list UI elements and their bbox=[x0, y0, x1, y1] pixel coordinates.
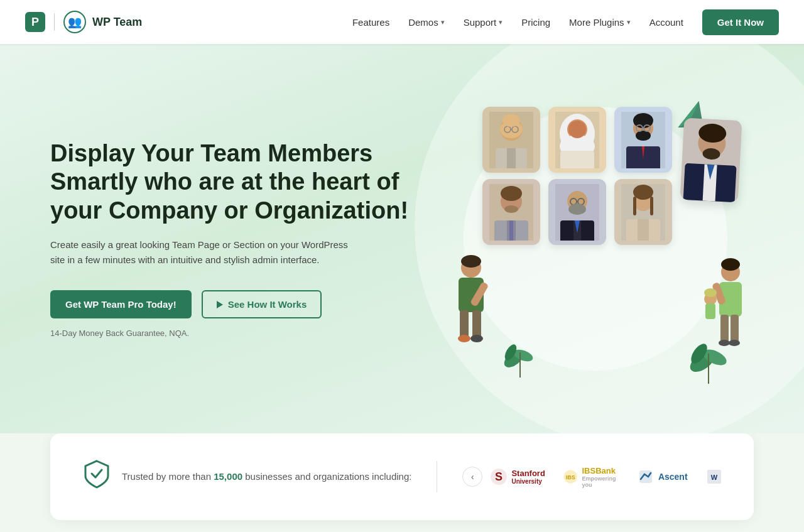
logo-ascent: Ascent bbox=[637, 468, 688, 486]
svg-point-10 bbox=[461, 255, 481, 268]
avatar-card-2 bbox=[548, 107, 606, 173]
logo-divider bbox=[54, 13, 55, 31]
shield-checkmark-icon bbox=[82, 459, 112, 495]
svg-point-71 bbox=[721, 258, 740, 271]
person-left-figure bbox=[451, 255, 492, 355]
avatar-card-6 bbox=[614, 179, 672, 245]
hero-right bbox=[437, 88, 754, 389]
svg-rect-88 bbox=[639, 470, 652, 483]
svg-point-19 bbox=[503, 114, 520, 127]
svg-rect-5 bbox=[460, 310, 469, 339]
brand-p-icon: P bbox=[25, 12, 45, 32]
support-arrow: ▾ bbox=[499, 18, 503, 26]
avatar-grid bbox=[482, 107, 674, 245]
svg-rect-67 bbox=[720, 315, 729, 343]
guarantee-text: 14-Day Money Back Guarantee, NQA. bbox=[50, 328, 437, 338]
get-wp-team-pro-button[interactable]: Get WP Team Pro Today! bbox=[50, 290, 192, 318]
logo-stanford: S Stanford University bbox=[490, 468, 545, 486]
svg-rect-25 bbox=[560, 151, 594, 168]
nav-support[interactable]: Support ▾ bbox=[464, 17, 503, 28]
carousel-prev-button[interactable]: ‹ bbox=[462, 467, 482, 487]
nav-more-plugins[interactable]: More Plugins ▾ bbox=[569, 17, 631, 28]
hero-section: Display Your Team Members Smartly who ar… bbox=[0, 44, 804, 433]
svg-text:S: S bbox=[495, 470, 503, 483]
nav-demos[interactable]: Demos ▾ bbox=[408, 17, 445, 28]
nav-pricing[interactable]: Pricing bbox=[521, 17, 550, 28]
logo-text: WP Team bbox=[92, 16, 142, 29]
logo-circle-icon: 👥 bbox=[63, 11, 86, 33]
nav-features[interactable]: Features bbox=[352, 17, 389, 28]
svg-rect-75 bbox=[705, 303, 715, 319]
logo-ibsbank: IBS IBSBank Empowering you bbox=[563, 466, 619, 488]
avatar-card-5 bbox=[548, 179, 606, 245]
demos-arrow: ▾ bbox=[441, 18, 445, 26]
svg-rect-57 bbox=[638, 219, 649, 241]
hero-left: Display Your Team Members Smartly who ar… bbox=[50, 139, 437, 339]
logo-area: P 👥 WP Team bbox=[25, 11, 142, 33]
svg-point-37 bbox=[501, 186, 522, 201]
trust-section: Trusted by more than 15,000 businesses a… bbox=[50, 433, 754, 520]
svg-text:W: W bbox=[710, 474, 717, 481]
svg-rect-41 bbox=[509, 220, 513, 241]
avatar-card-featured bbox=[682, 119, 740, 201]
hero-buttons: Get WP Team Pro Today! See How It Works bbox=[50, 290, 437, 318]
svg-point-24 bbox=[568, 121, 586, 138]
play-icon bbox=[217, 301, 223, 308]
main-nav: Features Demos ▾ Support ▾ Pricing More … bbox=[352, 9, 779, 35]
trust-wrapper: Trusted by more than 15,000 businesses a… bbox=[0, 433, 804, 532]
plant-left-icon bbox=[501, 340, 539, 380]
avatar-card-1 bbox=[482, 107, 540, 173]
svg-point-38 bbox=[504, 205, 518, 213]
trust-text: Trusted by more than 15,000 businesses a… bbox=[122, 470, 411, 484]
svg-point-28 bbox=[633, 113, 653, 128]
more-plugins-arrow: ▾ bbox=[627, 18, 631, 26]
svg-point-74 bbox=[704, 288, 717, 297]
svg-rect-55 bbox=[650, 197, 653, 215]
svg-rect-6 bbox=[472, 310, 481, 339]
svg-point-8 bbox=[470, 335, 483, 342]
svg-rect-54 bbox=[633, 197, 636, 215]
logo-items: S Stanford University IBS IBSBank bbox=[490, 466, 722, 488]
get-it-now-button[interactable]: Get It Now bbox=[702, 9, 779, 35]
hero-subtitle: Create easily a great looking Team Page … bbox=[50, 237, 352, 268]
avatar-card-4 bbox=[482, 179, 540, 245]
nav-account[interactable]: Account bbox=[649, 17, 683, 28]
svg-point-53 bbox=[633, 185, 653, 200]
trust-divider bbox=[437, 461, 437, 492]
svg-rect-68 bbox=[731, 315, 739, 343]
header: P 👥 WP Team Features Demos ▾ Support ▾ P… bbox=[0, 0, 804, 44]
svg-point-47 bbox=[568, 204, 586, 215]
team-illustration bbox=[445, 88, 746, 389]
plant-right-icon bbox=[687, 340, 731, 386]
svg-point-29 bbox=[636, 131, 651, 141]
logos-carousel: ‹ S Stanford University bbox=[462, 466, 722, 488]
svg-text:IBS: IBS bbox=[566, 474, 575, 480]
logo-welch-college: W WELCH COLLEGE bbox=[705, 468, 722, 486]
see-how-it-works-button[interactable]: See How It Works bbox=[202, 290, 322, 318]
trust-badge: Trusted by more than 15,000 businesses a… bbox=[82, 459, 411, 495]
hero-title: Display Your Team Members Smartly who ar… bbox=[50, 139, 437, 225]
svg-point-7 bbox=[458, 335, 470, 342]
avatar-card-3 bbox=[614, 107, 672, 173]
svg-rect-18 bbox=[507, 148, 516, 168]
